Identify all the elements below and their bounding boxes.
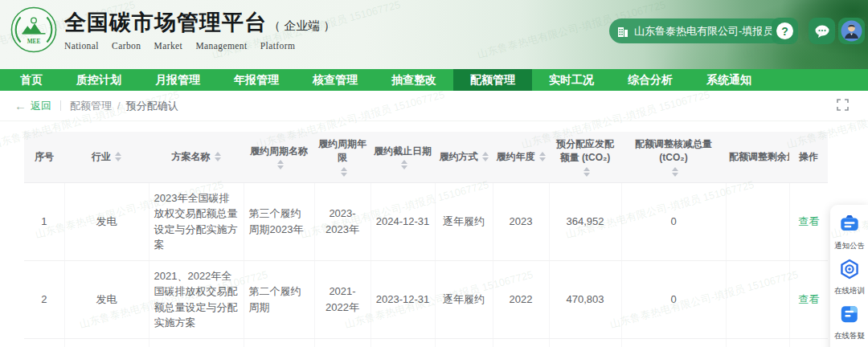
column-label: 履约截止日期 [374,145,432,158]
cell-cycle-name: 第三个履约周期2023年 [244,182,314,260]
cell-year: 2021 [493,338,549,347]
column-header-action: 操作 [789,132,828,182]
toolbar-item-label: 在线培训 [834,285,865,296]
column-header-cycle-years[interactable]: 履约周期年限 [314,132,371,182]
fullscreen-icon[interactable] [837,99,849,111]
column-label: 履约周期年限 [317,137,367,165]
toolbar-item-training[interactable]: 在线培训 [833,259,866,296]
sort-caret-icon[interactable] [482,152,489,161]
view-link[interactable]: 查看 [798,215,819,227]
sort-caret-icon[interactable] [672,167,678,177]
nav-item-quota[interactable]: 配额管理 [453,69,532,91]
table-row: 3发电2021、2022年全国碳排放权交易配额总量设定与分配实施方案第二个履约周… [24,338,828,347]
cell-scheme-name: 2021、2022年全国碳排放权交易配额总量设定与分配实施方案 [149,260,244,338]
cell-industry: 发电 [64,338,149,347]
toolbar-item-qa[interactable]: 在线答疑 [833,304,866,341]
cell-adjust-remain [726,182,789,260]
column-header-adjust-deduct[interactable]: 配额调整核减总量 (tCO₂) [621,132,726,182]
breadcrumb: ← 返回 配额管理 / 预分配确认 [0,91,868,121]
cell-adjust-deduct: 0 [621,260,726,338]
column-header-year[interactable]: 履约年度 [493,132,549,182]
app-subtitle: National Carbon Market Management Platfo… [64,41,335,51]
sort-caret-icon[interactable] [583,167,590,177]
nav-item-notice[interactable]: 系统通知 [690,69,768,91]
column-label: 方案名称 [172,150,211,164]
building-icon [617,25,628,38]
nav-item-realtime[interactable]: 实时工况 [532,69,611,91]
cell-adjust-remain [726,260,789,338]
sort-caret-icon[interactable] [277,160,284,169]
user-avatar[interactable] [838,18,865,44]
breadcrumb-item-quota[interactable]: 配额管理 [70,99,112,113]
cell-index: 1 [24,182,64,260]
side-toolbar: 通知公告在线培训在线答疑问题上报 [830,205,868,347]
quota-table: 序号行业方案名称履约周期名称履约周期年限履约截止日期履约方式履约年度预分配应发配… [24,132,828,347]
column-label: 履约周期名称 [250,145,308,158]
nav-item-verification[interactable]: 核查管理 [296,69,375,91]
column-header-pre-allocated[interactable]: 预分配应发配额量 (tCO₂) [549,132,621,182]
svg-text:MEE: MEE [27,39,41,45]
nav-item-analysis[interactable]: 综合分析 [611,69,690,91]
announcement-icon [839,214,860,238]
column-header-cycle-name[interactable]: 履约周期名称 [244,132,314,182]
toolbar-item-label: 通知公告 [834,240,865,251]
breadcrumb-divider [60,100,61,111]
cell-index: 3 [24,338,64,347]
cell-adjust-deduct: 0 [621,338,726,347]
view-link[interactable]: 查看 [798,293,819,305]
nav-item-spot-check[interactable]: 抽查整改 [375,69,453,91]
cell-action: 查看 [789,338,828,347]
nav-item-qc-plan[interactable]: 质控计划 [59,69,138,91]
column-label: 预分配应发配额量 (tCO₂) [552,137,618,165]
cell-cycle-name: 第二个履约周期 [244,338,314,347]
cell-scheme-name: 2021、2022年全国碳排放权交易配额总量设定与分配实施方案 [149,338,244,347]
main-nav: 首页质控计划月报管理年报管理核查管理抽查整改配额管理实时工况综合分析系统通知 [0,69,868,91]
cell-adjust-remain [726,338,789,347]
column-header-deadline[interactable]: 履约截止日期 [371,132,435,182]
main-content: ← 返回 配额管理 / 预分配确认 序号行业方案名称履约周期名称履约周期年限履约… [0,91,868,347]
sort-caret-icon[interactable] [115,152,121,161]
table-body: 1发电2023年全国碳排放权交易配额总量设定与分配实施方案第三个履约周期2023… [24,182,828,347]
column-header-method[interactable]: 履约方式 [435,132,493,182]
cell-method: 逐年履约 [435,182,493,260]
column-label: 履约方式 [440,150,478,164]
cell-cycle-years: 2021-2022年 [314,260,371,338]
table-header-row: 序号行业方案名称履约周期名称履约周期年限履约截止日期履约方式履约年度预分配应发配… [24,132,828,182]
help-icon: ? [776,22,793,39]
cell-deadline: 2023-12-31 [371,260,435,338]
cell-pre-allocated: 470,803 [549,260,621,338]
sort-caret-icon[interactable] [215,152,221,161]
cell-method: 逐年履约 [435,260,493,338]
back-link[interactable]: 返回 [31,99,51,113]
column-label: 履约年度 [497,150,535,164]
sort-caret-icon[interactable] [401,160,407,169]
cell-industry: 发电 [64,182,149,260]
chat-bubble-icon [814,24,830,39]
nav-item-monthly-report[interactable]: 月报管理 [138,69,217,91]
column-header-adjust-remain: 配额调整剩余量 [726,132,789,182]
column-header-industry[interactable]: 行业 [64,132,149,182]
nav-item-home[interactable]: 首页 [3,69,59,91]
cell-scheme-name: 2023年全国碳排放权交易配额总量设定与分配实施方案 [149,182,244,260]
nav-item-annual-report[interactable]: 年报管理 [217,69,296,91]
column-label: 操作 [799,150,818,164]
cell-adjust-deduct: 0 [621,182,726,260]
column-label: 配额调整核减总量 (tCO₂) [624,137,723,165]
cell-cycle-years: 2023-2023年 [314,182,371,260]
org-badge[interactable]: 山东鲁泰热电有限公司-填报员 [609,18,784,43]
toolbar-item-label: 在线答疑 [834,330,865,341]
sort-caret-icon[interactable] [341,167,347,177]
column-header-scheme-name[interactable]: 方案名称 [149,132,244,182]
help-button[interactable]: ? [772,18,798,44]
message-button[interactable] [809,18,835,44]
cell-industry: 发电 [64,260,149,338]
cell-cycle-years: 2021-2022年 [314,338,371,347]
cell-pre-allocated: 364,952 [549,182,621,260]
sort-caret-icon[interactable] [539,152,546,161]
app-title: 全国碳市场管理平台 [64,8,267,37]
cell-deadline: 2024-12-31 [371,182,435,260]
back-arrow-icon[interactable]: ← [14,99,27,112]
toolbar-item-announcement[interactable]: 通知公告 [833,214,866,251]
cell-pre-allocated: 470,803 [549,338,621,347]
mee-logo-icon: MEE [10,6,57,53]
